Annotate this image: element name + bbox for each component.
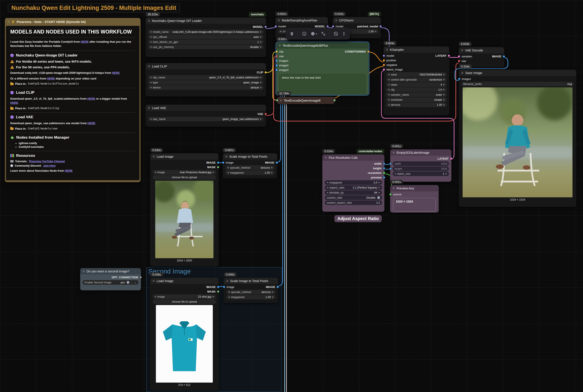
saved-image-preview[interactable] bbox=[463, 88, 573, 197]
delete-icon[interactable] bbox=[289, 31, 294, 36]
node-header[interactable]: ≡Flux Resolution Calc bbox=[322, 154, 384, 161]
node-scale-image-1[interactable]: 0.087s ≡Scale Image to Total Pixels imag… bbox=[223, 153, 277, 178]
input-latent_image-port[interactable] bbox=[383, 68, 385, 70]
node-second-image-question[interactable]: ≡Do you want a second image? OPT_CONNECT… bbox=[80, 268, 141, 290]
input-clip-port[interactable] bbox=[276, 50, 278, 52]
widget-control-after-generate[interactable]: ◀control after generaterandomize▶ bbox=[386, 77, 447, 82]
widget-megapixels[interactable]: ◀megapixels1.00▶ bbox=[226, 295, 276, 299]
node-menu-icon[interactable]: ≡ bbox=[7, 20, 9, 24]
node-menu-icon[interactable]: ≡ bbox=[226, 279, 228, 283]
note-header[interactable]: ≡ ♛ Pixaroma - Note - START HERE (Episod… bbox=[5, 18, 140, 26]
output-CLIP-port[interactable] bbox=[265, 72, 267, 73]
node-header[interactable]: ≡CFGNorm bbox=[333, 17, 381, 24]
widget-input-port[interactable] bbox=[390, 168, 391, 170]
widget-use_pin_memory[interactable]: ◀use_pin_memorydisable▶ bbox=[148, 45, 264, 49]
node-header[interactable]: ≡KSampler bbox=[384, 47, 449, 53]
node-note[interactable]: ≡ ♛ Pixaroma - Note - START HERE (Episod… bbox=[5, 18, 140, 182]
node-menu-icon[interactable]: ≡ bbox=[148, 106, 150, 110]
link-youtube[interactable]: Pixaroma YouTube Channel bbox=[29, 160, 65, 163]
prompt-textarea[interactable]: dress the man in the teal shirt bbox=[279, 74, 366, 95]
input-source-port[interactable] bbox=[390, 193, 391, 195]
node-scale-image-2[interactable]: 0.040s ≡Scale Image to Total Pixels imag… bbox=[224, 278, 278, 303]
output-IMAGE-port[interactable] bbox=[277, 286, 279, 288]
widget-input-port[interactable] bbox=[390, 163, 391, 165]
input-model-port[interactable] bbox=[332, 26, 334, 27]
widget-choose-file-to-upload[interactable]: choose file to upload bbox=[153, 299, 216, 304]
widget-cpu_offload[interactable]: ◀cpu_offloadauto▶ bbox=[148, 34, 264, 39]
node-menu-icon[interactable]: ≡ bbox=[461, 71, 463, 75]
node-ksampler[interactable]: 9.903s ≡KSampler modelLATENTpositivenega… bbox=[384, 46, 449, 115]
output-preview-port[interactable] bbox=[383, 176, 385, 178]
input-model-port[interactable] bbox=[275, 26, 277, 27]
output-IMAGE-port[interactable] bbox=[276, 162, 278, 164]
output-LATENT-port[interactable] bbox=[450, 158, 452, 160]
input-model-port[interactable] bbox=[383, 55, 385, 57]
widget-image[interactable]: ◀imageIoan Pixaroma Seated.jpg▶ bbox=[153, 170, 216, 174]
node-menu-icon[interactable]: ≡ bbox=[278, 18, 280, 22]
shirt-image-preview[interactable] bbox=[156, 305, 213, 382]
node-load-vae[interactable]: ≡Load VAE VAE ◀vae_nameqwen_image_vae.sa… bbox=[146, 105, 266, 126]
node-menu-icon[interactable]: ≡ bbox=[82, 270, 84, 273]
node-header[interactable]: ≡VAE Decode bbox=[459, 47, 504, 54]
node-header[interactable]: ≡Scale Image to Total Pixels bbox=[223, 154, 277, 160]
node-header[interactable]: ≡Preview Any bbox=[390, 185, 439, 192]
more-icon[interactable]: ⋮ bbox=[342, 32, 346, 36]
widget-enable-second-image[interactable]: Enable Second Imageyes→ bbox=[82, 280, 139, 285]
widget-image[interactable]: ◀image23 shirt.jpg▶ bbox=[153, 294, 216, 299]
input-vae-port[interactable] bbox=[276, 55, 278, 57]
node-nunchaku-loader[interactable]: 35.315s nunchaku ≡Nunchaku Qwen-Image Di… bbox=[146, 18, 266, 57]
node-menu-icon[interactable]: ≡ bbox=[148, 19, 150, 22]
node-menu-icon[interactable]: ≡ bbox=[153, 279, 155, 283]
node-preview-any[interactable]: 0.002s ≡Preview Any source 1024 × 1024 bbox=[390, 185, 439, 213]
link-here[interactable]: HERE bbox=[64, 169, 72, 172]
link-here[interactable]: HERE bbox=[47, 77, 55, 80]
output-IMAGE-port[interactable] bbox=[217, 162, 219, 164]
output-MASK-port[interactable] bbox=[217, 166, 219, 168]
node-menu-icon[interactable]: ≡ bbox=[225, 155, 227, 158]
collapse-icon[interactable] bbox=[321, 31, 326, 36]
node-load-image-1[interactable]: 0.043s ≡Load Image IMAGEMASK ◀imageIoan … bbox=[150, 153, 218, 266]
input-image-port[interactable] bbox=[223, 286, 225, 288]
widget-upscale_method[interactable]: ◀upscale_methodlanczos▶ bbox=[225, 165, 275, 170]
widget-aspect_ratio[interactable]: ◀aspect_ratio1:1 (Perfect Square)▶ bbox=[325, 185, 382, 190]
node-menu-icon[interactable]: ≡ bbox=[148, 64, 150, 68]
node-menu-icon[interactable]: ≡ bbox=[325, 156, 327, 160]
node-menu-icon[interactable]: ≡ bbox=[280, 99, 282, 102]
node-flux-resolution-calc[interactable]: 0.024s controlaltai-nodes ≡Flux Resoluti… bbox=[322, 154, 384, 212]
node-toolbar[interactable]: ▾ ⋮ bbox=[286, 28, 350, 40]
bypass-icon[interactable] bbox=[333, 31, 338, 36]
node-header[interactable]: ≡Load VAE bbox=[146, 105, 266, 111]
node-empty-sd3-latent[interactable]: 0.001s ≡EmptySD3LatentImage LATENT width… bbox=[390, 149, 451, 182]
output-MODEL-port[interactable] bbox=[265, 26, 267, 28]
widget-steps[interactable]: ◀steps4▶ bbox=[386, 82, 447, 87]
input-image-port[interactable] bbox=[222, 162, 224, 164]
input-vae-port[interactable] bbox=[458, 60, 460, 62]
widget-model_name[interactable]: ◀model_namesvdq-int4_r128-qwen-image-edi… bbox=[148, 30, 264, 34]
node-header[interactable]: ≡Do you want a second image? bbox=[80, 268, 141, 274]
widget-seed[interactable]: ◀seed785379459648364▶ bbox=[386, 72, 447, 77]
widget-custom_aspect_ratio[interactable]: custom_aspect_ratio1:1 bbox=[325, 200, 382, 205]
widget-height[interactable]: height1024 bbox=[393, 166, 449, 171]
node-menu-icon[interactable]: ≡ bbox=[335, 18, 337, 22]
node-save-image[interactable]: 0.316s ≡Save Image images filename_prefi… bbox=[459, 70, 576, 207]
input-image2-port[interactable] bbox=[276, 64, 278, 66]
link-here[interactable]: HERE bbox=[87, 97, 95, 100]
input-image1-port[interactable] bbox=[276, 60, 278, 62]
widget-sampler_name[interactable]: ◀sampler_nameeuler▶ bbox=[386, 92, 447, 97]
link-discord[interactable]: Join Here bbox=[43, 164, 56, 167]
widget-divisible_by[interactable]: ◀divisible_by64▶ bbox=[325, 190, 382, 195]
widget-vae_name[interactable]: ◀vae_nameqwen_image_vae.safetensors▶ bbox=[148, 117, 264, 121]
node-menu-icon[interactable]: ≡ bbox=[386, 48, 388, 52]
input-image3-port[interactable] bbox=[276, 69, 278, 71]
widget-filename_prefix[interactable]: filename_prefiximg bbox=[461, 82, 574, 86]
widget-device[interactable]: ◀devicedefault▶ bbox=[148, 85, 264, 90]
node-header[interactable]: ≡Nunchaku Qwen-Image DiT Loader bbox=[146, 18, 266, 24]
widget-custom_ratio[interactable]: custom_ratioDisable bbox=[325, 195, 382, 200]
toggle-knob[interactable] bbox=[377, 196, 380, 199]
widget-choose-file-to-upload[interactable]: choose file to upload bbox=[153, 175, 216, 180]
node-menu-icon[interactable]: ≡ bbox=[153, 155, 155, 158]
node-header[interactable]: ≡Scale Image to Total Pixels bbox=[224, 278, 278, 284]
widget-megapixels[interactable]: ◀megapixels1.00▶ bbox=[225, 170, 275, 175]
node-menu-icon[interactable]: ≡ bbox=[393, 151, 395, 154]
input-samples-port[interactable] bbox=[458, 56, 460, 58]
